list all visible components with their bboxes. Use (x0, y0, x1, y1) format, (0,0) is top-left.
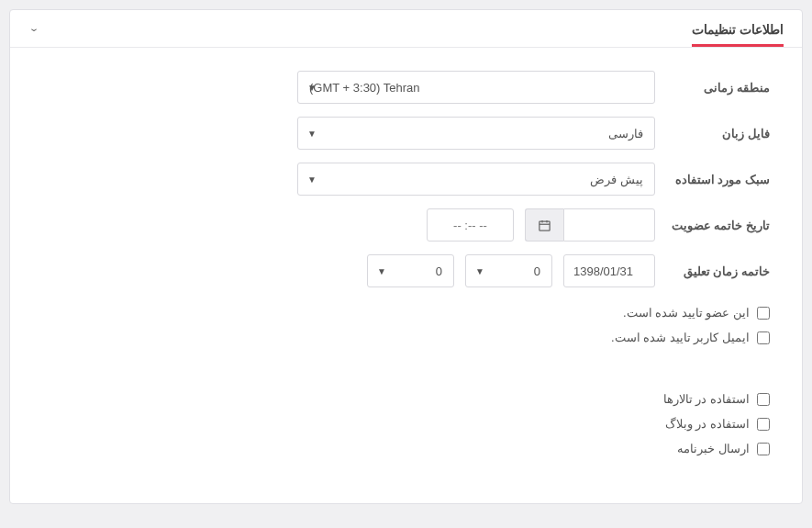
select-timezone[interactable]: (GMT + 3:30) Tehran ▼ (297, 71, 655, 104)
select-style-value: پیش فرض (590, 173, 643, 186)
checkbox-forums[interactable] (757, 393, 770, 406)
checkbox-row-forums: استفاده در تالارها (42, 392, 770, 406)
checkbox-row-approved: این عضو تایید شده است. (42, 306, 770, 320)
label-style: سبک مورد استفاده (655, 173, 770, 186)
chevron-down-icon: ▼ (307, 129, 317, 139)
panel-body: منطقه زمانی (GMT + 3:30) Tehran ▼ فایل ز… (10, 48, 802, 503)
calendar-icon (538, 219, 551, 232)
settings-panel: اطلاعات تنظیمات ⌄ منطقه زمانی (GMT + 3:3… (9, 9, 803, 504)
checkbox-row-blog: استفاده در وبلاگ (42, 417, 770, 431)
row-timezone: منطقه زمانی (GMT + 3:30) Tehran ▼ (42, 71, 770, 104)
select-language[interactable]: فارسی ▼ (297, 117, 655, 150)
label-expiry: تاریخ خاتمه عضویت (655, 219, 770, 232)
row-language: فایل زبان فارسی ▼ (42, 117, 770, 150)
panel-header: اطلاعات تنظیمات ⌄ (10, 10, 802, 48)
suspend-select-1[interactable]: ▼ 0 (465, 254, 552, 287)
label-language: فایل زبان (655, 127, 770, 140)
checkbox-row-email: ایمیل کاربر تایید شده است. (42, 331, 770, 344)
checkbox-section-1: این عضو تایید شده است. ایمیل کاربر تایید… (42, 306, 770, 344)
svg-rect-0 (539, 221, 550, 230)
row-expiry: تاریخ خاتمه عضویت (42, 208, 770, 242)
checkbox-blog[interactable] (757, 418, 770, 431)
panel-title: اطلاعات تنظیمات (692, 22, 784, 47)
suspend-select-2[interactable]: ▼ 0 (367, 254, 454, 287)
checkbox-blog-label[interactable]: استفاده در وبلاگ (665, 417, 750, 431)
suspend-date-input[interactable] (563, 254, 655, 287)
select-style[interactable]: پیش فرض ▼ (297, 163, 655, 196)
expiry-time-input[interactable] (427, 208, 514, 242)
checkbox-approved-label[interactable]: این عضو تایید شده است. (623, 306, 750, 320)
chevron-down-icon[interactable]: ⌄ (28, 23, 39, 33)
checkbox-newsletter-label[interactable]: ارسال خبرنامه (677, 442, 750, 455)
checkbox-forums-label[interactable]: استفاده در تالارها (663, 392, 750, 406)
chevron-down-icon: ▼ (475, 266, 484, 276)
suspend-select-2-value: 0 (379, 264, 442, 278)
chevron-down-icon: ▼ (307, 174, 317, 185)
chevron-down-icon: ▼ (377, 266, 386, 276)
calendar-button[interactable] (525, 208, 563, 242)
checkbox-approved[interactable] (757, 307, 770, 320)
suspend-select-1-value: 0 (477, 264, 540, 278)
checkbox-row-newsletter: ارسال خبرنامه (42, 442, 770, 455)
row-suspend: خاتمه زمان تعلیق ▼ 0 ▼ 0 (42, 254, 770, 287)
label-suspend: خاتمه زمان تعلیق (655, 264, 770, 278)
checkbox-section-2: استفاده در تالارها استفاده در وبلاگ ارسا… (42, 392, 770, 455)
expiry-date-input[interactable] (563, 208, 655, 242)
row-style: سبک مورد استفاده پیش فرض ▼ (42, 163, 770, 196)
label-timezone: منطقه زمانی (655, 81, 770, 95)
checkbox-email-confirmed[interactable] (757, 331, 770, 344)
select-language-value: فارسی (608, 127, 643, 140)
checkbox-newsletter[interactable] (757, 443, 770, 455)
chevron-down-icon: ▼ (307, 83, 317, 93)
select-timezone-value: (GMT + 3:30) Tehran (309, 81, 420, 95)
checkbox-email-label[interactable]: ایمیل کاربر تایید شده است. (611, 331, 750, 344)
